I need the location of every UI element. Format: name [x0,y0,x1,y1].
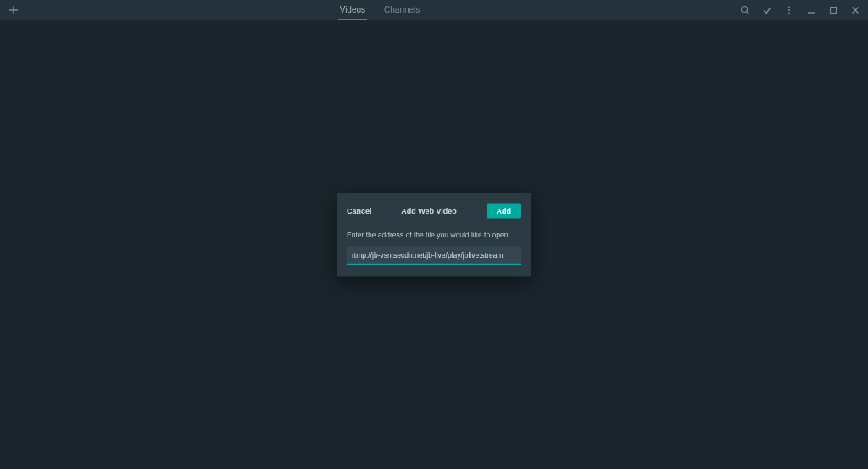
topbar-actions [739,4,861,16]
add-button[interactable]: Add [487,203,522,218]
url-input[interactable] [347,246,521,265]
svg-line-3 [747,12,749,14]
minimize-icon[interactable] [805,4,817,16]
topbar: Videos Channels [0,0,868,20]
dialog-prompt: Enter the address of the file you would … [347,230,521,238]
svg-point-4 [788,6,790,8]
check-icon[interactable] [761,4,773,16]
svg-rect-8 [831,7,837,13]
add-icon[interactable] [7,3,20,17]
maximize-icon[interactable] [827,4,839,16]
add-web-video-dialog: Cancel Add Web Video Add Enter the addre… [337,193,531,276]
tab-channels[interactable]: Channels [382,0,421,20]
svg-point-5 [788,9,790,11]
topbar-left [7,3,20,17]
cancel-button[interactable]: Cancel [347,206,372,215]
more-icon[interactable] [783,4,795,16]
search-icon[interactable] [739,4,751,16]
svg-point-6 [788,12,790,14]
dialog-title: Add Web Video [401,206,457,215]
tab-videos[interactable]: Videos [338,0,367,20]
svg-point-2 [742,6,748,12]
dialog-header: Cancel Add Web Video Add [347,203,521,218]
topbar-tabs: Videos Channels [20,0,739,20]
close-icon[interactable] [849,4,861,16]
